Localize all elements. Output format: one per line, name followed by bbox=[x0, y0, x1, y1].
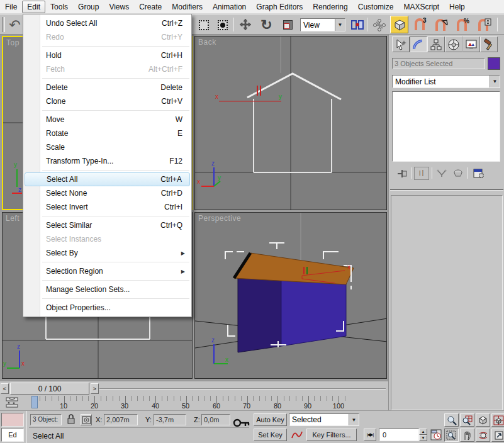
menu-views[interactable]: Views bbox=[104, 1, 134, 13]
crossing-selection-icon[interactable] bbox=[214, 16, 231, 33]
menu-item-select-instances[interactable]: Select Instances bbox=[23, 232, 191, 246]
menu-edit[interactable]: Edit bbox=[22, 1, 45, 13]
auto-key-button[interactable]: Auto Key bbox=[254, 413, 287, 426]
macro-recorder-pane[interactable] bbox=[1, 413, 24, 427]
menu-item-selection-region[interactable]: Selection Region▶ bbox=[23, 264, 191, 278]
viewport-top-label[interactable]: Top bbox=[6, 38, 20, 47]
modifier-stack-list[interactable] bbox=[392, 91, 500, 162]
tab-display[interactable] bbox=[462, 36, 480, 52]
region-zoom-icon[interactable] bbox=[444, 429, 459, 442]
x-coordinate-field[interactable]: 2,007m bbox=[104, 414, 138, 425]
menu-item-select-by[interactable]: Select By▶ bbox=[23, 246, 191, 260]
viewport-perspective-label[interactable]: Perspective bbox=[198, 214, 241, 223]
time-configuration-icon[interactable] bbox=[430, 429, 442, 441]
menu-animation[interactable]: Animation bbox=[208, 1, 251, 13]
menu-item-select-similar[interactable]: Select SimilarCtrl+Q bbox=[23, 218, 191, 232]
menu-item-move[interactable]: MoveW bbox=[23, 113, 191, 126]
angle-snap-icon[interactable] bbox=[433, 16, 450, 33]
snap-3d-icon[interactable]: 3 bbox=[412, 16, 428, 33]
orbit-icon[interactable] bbox=[476, 429, 490, 442]
previous-frame-arrow-button[interactable]: < bbox=[1, 383, 9, 394]
zoom-extents-icon[interactable] bbox=[476, 413, 490, 427]
configure-modifier-sets-icon[interactable] bbox=[471, 167, 486, 180]
menu-group[interactable]: Group bbox=[73, 1, 104, 13]
menu-item-fetch[interactable]: FetchAlt+Ctrl+F bbox=[23, 62, 191, 76]
snaps-toggle-icon[interactable] bbox=[390, 16, 408, 33]
select-and-move-icon[interactable] bbox=[237, 16, 254, 33]
tab-modify[interactable] bbox=[410, 36, 427, 52]
menu-item-select-none[interactable]: Select NoneCtrl+D bbox=[23, 186, 191, 200]
menu-item-transform-type-in[interactable]: Transform Type-In...F12 bbox=[23, 154, 191, 168]
spinner-snap-icon[interactable] bbox=[476, 16, 493, 33]
toolbar-grip[interactable] bbox=[2, 17, 5, 32]
menu-item-scale[interactable]: Scale bbox=[23, 140, 191, 154]
dropdown-arrow-icon[interactable]: ▼ bbox=[349, 414, 359, 425]
menu-item-object-properties[interactable]: Object Properties... bbox=[23, 301, 191, 315]
viewport-left-label[interactable]: Left bbox=[6, 214, 20, 223]
menu-item-redo[interactable]: RedoCtrl+Y bbox=[23, 30, 191, 44]
open-mini-curve-editor-icon[interactable] bbox=[4, 396, 20, 411]
dropdown-arrow-icon[interactable]: ▼ bbox=[490, 76, 500, 87]
select-and-rotate-icon[interactable]: ↻ bbox=[258, 16, 275, 33]
menu-item-rotate[interactable]: RotateE bbox=[23, 126, 191, 140]
pin-stack-icon[interactable] bbox=[395, 167, 410, 180]
menu-file[interactable]: File bbox=[0, 1, 22, 13]
next-frame-arrow-button[interactable]: > bbox=[91, 383, 99, 394]
zoom-icon[interactable] bbox=[444, 413, 459, 427]
remove-modifier-icon[interactable] bbox=[451, 167, 466, 180]
tab-motion[interactable] bbox=[445, 36, 462, 52]
undo-icon[interactable]: ↶ bbox=[6, 16, 23, 33]
reference-coordinate-system-dropdown[interactable]: View ▼ bbox=[300, 18, 345, 31]
menu-modifiers[interactable]: Modifiers bbox=[167, 1, 208, 13]
menu-item-delete[interactable]: DeleteDelete bbox=[23, 81, 191, 94]
viewport-back-label[interactable]: Back bbox=[198, 38, 216, 47]
menu-item-manage-selection-sets[interactable]: Manage Selection Sets... bbox=[23, 283, 191, 296]
menu-help[interactable]: Help bbox=[444, 1, 470, 13]
modifier-list-dropdown[interactable]: Modifier List ▼ bbox=[392, 75, 500, 88]
tab-create[interactable] bbox=[392, 36, 410, 52]
rollout-area[interactable] bbox=[391, 195, 503, 410]
key-filters-button[interactable]: Key Filters... bbox=[306, 429, 357, 441]
tab-hierarchy[interactable] bbox=[427, 36, 445, 52]
menu-maxscript[interactable]: MAXScript bbox=[398, 1, 444, 13]
zoom-all-icon[interactable] bbox=[460, 413, 474, 427]
menu-customize[interactable]: Customize bbox=[353, 1, 399, 13]
menu-create[interactable]: Create bbox=[134, 1, 167, 13]
frame-spinner[interactable]: ▴ ▾ bbox=[419, 429, 427, 441]
select-and-scale-icon[interactable] bbox=[279, 16, 296, 33]
menu-item-hold[interactable]: HoldCtrl+H bbox=[23, 48, 191, 62]
set-key-button[interactable]: Set Key bbox=[254, 429, 287, 441]
viewport-back[interactable]: Back x y z x y bbox=[194, 36, 387, 210]
maximize-viewport-toggle-icon[interactable] bbox=[491, 429, 504, 442]
mirror-icon[interactable] bbox=[349, 16, 366, 33]
menu-item-select-invert[interactable]: Select InvertCtrl+I bbox=[23, 200, 191, 214]
current-frame-handle[interactable] bbox=[31, 396, 38, 408]
dropdown-arrow-icon[interactable]: ▼ bbox=[335, 19, 345, 31]
z-coordinate-field[interactable]: 0,0m bbox=[201, 414, 230, 425]
percent-snap-icon[interactable]: % bbox=[454, 16, 471, 33]
track-bar-ruler[interactable] bbox=[31, 396, 349, 405]
spinner-up-icon[interactable]: ▴ bbox=[419, 429, 427, 435]
tab-utilities[interactable] bbox=[480, 36, 498, 52]
absolute-mode-toggle-icon[interactable] bbox=[81, 414, 92, 425]
spinner-down-icon[interactable]: ▾ bbox=[419, 435, 427, 441]
select-and-manipulate-icon[interactable] bbox=[371, 16, 388, 33]
current-frame-field[interactable]: 0 bbox=[379, 429, 419, 441]
zoom-extents-all-icon[interactable] bbox=[491, 413, 504, 427]
selection-lock-icon[interactable] bbox=[67, 414, 76, 427]
time-slider-button[interactable]: 0 / 100 bbox=[10, 383, 89, 395]
rectangular-selection-region-icon[interactable] bbox=[195, 16, 212, 33]
mini-listener-pane[interactable]: Ed bbox=[1, 428, 24, 442]
show-end-result-icon[interactable]: 〢 bbox=[414, 167, 429, 180]
menu-tools[interactable]: Tools bbox=[45, 1, 73, 13]
default-in-out-tangents-icon[interactable] bbox=[290, 429, 304, 441]
menu-rendering[interactable]: Rendering bbox=[308, 1, 352, 13]
selection-filter-dropdown[interactable]: Selected ▼ bbox=[289, 413, 359, 426]
y-coordinate-field[interactable]: -3,7m bbox=[154, 414, 186, 425]
menu-item-select-all[interactable]: Select AllCtrl+A bbox=[25, 172, 190, 186]
menu-graph-editors[interactable]: Graph Editors bbox=[251, 1, 308, 13]
menu-item-clone[interactable]: CloneCtrl+V bbox=[23, 94, 191, 108]
pan-hand-icon[interactable] bbox=[460, 429, 474, 442]
object-color-swatch[interactable] bbox=[488, 57, 500, 70]
make-unique-icon[interactable] bbox=[434, 167, 449, 180]
